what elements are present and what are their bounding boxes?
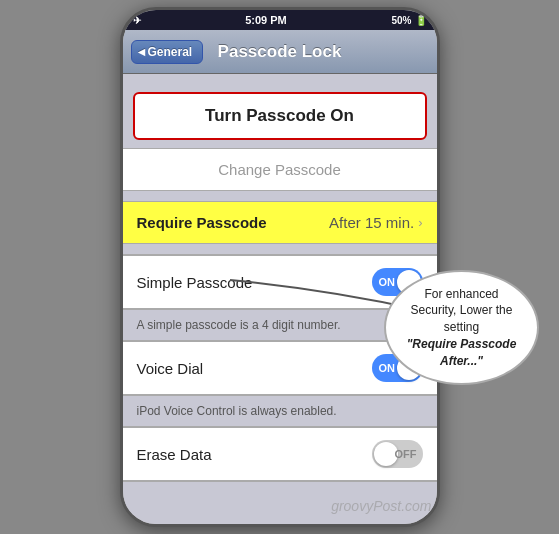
annotation-bubble: For enhanced Security, Lower the setting…	[384, 270, 539, 385]
voice-dial-label: Voice Dial	[137, 360, 204, 377]
turn-passcode-on-label: Turn Passcode On	[205, 106, 354, 126]
change-passcode-label: Change Passcode	[218, 161, 341, 178]
change-passcode-button[interactable]: Change Passcode	[123, 148, 437, 191]
phone-container: ✈ 5:09 PM 50% 🔋 General Passcode Lock Tu…	[120, 7, 440, 527]
require-passcode-value: After 15 min. ›	[329, 214, 422, 231]
status-left: ✈	[133, 15, 141, 26]
chevron-right-icon: ›	[418, 215, 422, 230]
annotation-emphasis: "Require Passcode After..."	[407, 337, 517, 368]
simple-passcode-label: Simple Passcode	[137, 274, 253, 291]
outer-wrapper: ✈ 5:09 PM 50% 🔋 General Passcode Lock Tu…	[0, 0, 559, 534]
status-time: 5:09 PM	[245, 14, 287, 26]
nav-bar: General Passcode Lock	[123, 30, 437, 74]
erase-data-toggle[interactable]: OFF	[372, 440, 423, 468]
erase-data-row: Erase Data OFF	[123, 427, 437, 481]
require-passcode-label: Require Passcode	[137, 214, 267, 231]
back-button[interactable]: General	[131, 40, 204, 64]
require-passcode-row[interactable]: Require Passcode After 15 min. ›	[123, 201, 437, 244]
battery-percentage: 50%	[391, 15, 411, 26]
erase-data-section: Erase Data OFF	[123, 426, 437, 482]
annotation-container: For enhanced Security, Lower the setting…	[384, 270, 539, 385]
status-bar: ✈ 5:09 PM 50% 🔋	[123, 10, 437, 30]
erase-data-label: Erase Data	[137, 446, 212, 463]
annotation-text: For enhanced Security, Lower the setting…	[400, 286, 523, 370]
back-button-label: General	[148, 45, 193, 59]
turn-passcode-on-button[interactable]: Turn Passcode On	[133, 92, 427, 140]
erase-data-toggle-label: OFF	[395, 448, 417, 460]
airplane-icon: ✈	[133, 15, 141, 26]
nav-title: Passcode Lock	[218, 42, 342, 62]
battery-icon: 🔋	[415, 15, 427, 26]
status-right: 50% 🔋	[391, 15, 426, 26]
voice-dial-sublabel: iPod Voice Control is always enabled.	[123, 400, 437, 426]
